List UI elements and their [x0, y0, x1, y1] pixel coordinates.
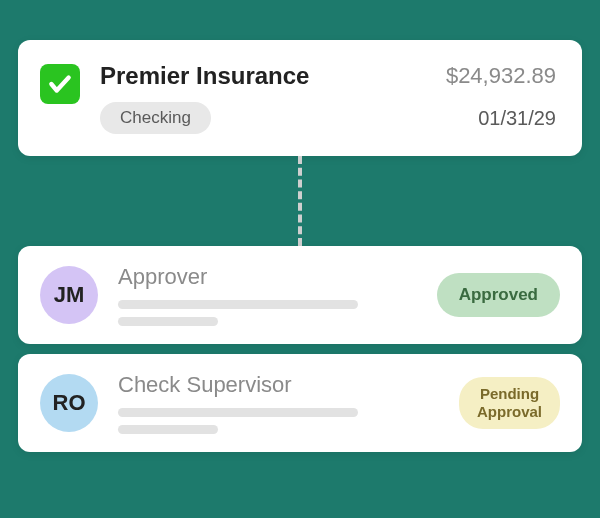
checkmark-icon — [40, 64, 80, 104]
payment-card[interactable]: Premier Insurance $24,932.89 Checking 01… — [18, 40, 582, 156]
avatar: JM — [40, 266, 98, 324]
connector-line — [298, 156, 302, 246]
payment-date: 01/31/29 — [478, 107, 556, 130]
skeleton-line — [118, 300, 358, 309]
skeleton-line — [118, 408, 358, 417]
status-badge: Approved — [437, 273, 560, 317]
approver-card[interactable]: JM Approver Approved — [18, 246, 582, 344]
payee-name: Premier Insurance — [100, 62, 309, 90]
approver-body: Check Supervisor — [118, 372, 439, 434]
approver-role: Approver — [118, 264, 417, 290]
payment-details: Premier Insurance $24,932.89 Checking 01… — [100, 62, 556, 134]
avatar: RO — [40, 374, 98, 432]
approver-card[interactable]: RO Check Supervisor PendingApproval — [18, 354, 582, 452]
status-badge: PendingApproval — [459, 377, 560, 429]
approver-body: Approver — [118, 264, 417, 326]
payment-amount: $24,932.89 — [446, 63, 556, 89]
skeleton-line — [118, 317, 218, 326]
skeleton-line — [118, 425, 218, 434]
account-type-pill: Checking — [100, 102, 211, 134]
approvers-list: JM Approver Approved RO Check Supervisor… — [18, 246, 582, 462]
approver-role: Check Supervisor — [118, 372, 439, 398]
